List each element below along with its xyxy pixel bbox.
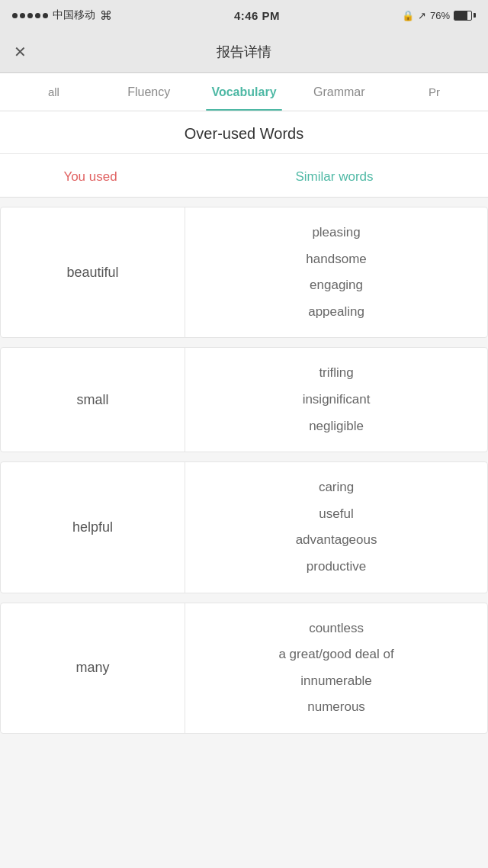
similar-word: useful xyxy=(319,503,353,526)
similar-word: productive xyxy=(307,555,366,579)
nav-bar: ✕ 报告详情 xyxy=(0,31,488,73)
signal-dot xyxy=(27,13,33,18)
close-button[interactable]: ✕ xyxy=(14,44,27,59)
section-title: Over-used Words xyxy=(185,125,303,142)
carrier-label: 中国移动 xyxy=(53,8,95,22)
similar-cell-helpful: caring useful advantageous productive xyxy=(185,462,487,592)
signal-dot xyxy=(35,13,40,18)
word-label: many xyxy=(76,660,110,676)
similar-word: insignificant xyxy=(303,388,371,412)
similar-word: countless xyxy=(309,617,364,641)
tab-pr[interactable]: Pr xyxy=(387,73,488,111)
signal-dots xyxy=(12,13,48,18)
section-header: Over-used Words xyxy=(0,111,488,154)
similar-word: handsome xyxy=(306,248,366,272)
similar-cell-small: trifling insignificant negligible xyxy=(185,348,487,452)
similar-word: trifling xyxy=(319,362,353,385)
tab-fluency[interactable]: Fluency xyxy=(101,73,197,111)
word-label: small xyxy=(77,392,109,408)
page-title: 报告详情 xyxy=(217,43,271,61)
similar-word: engaging xyxy=(310,274,363,297)
col-you-used-label: You used xyxy=(0,169,181,185)
word-row: beautiful pleasing handsome engaging app… xyxy=(0,207,488,338)
lock-icon: 🔒 xyxy=(402,10,414,21)
word-label: beautiful xyxy=(67,265,119,281)
content-area: Over-used Words You used Similar words b… xyxy=(0,111,488,766)
word-cell-helpful: helpful xyxy=(1,462,185,592)
battery-tip xyxy=(474,13,476,18)
word-row: many countless a great/good deal of innu… xyxy=(0,603,488,734)
similar-word: innumerable xyxy=(300,670,372,693)
battery-body xyxy=(454,11,472,21)
word-cell-beautiful: beautiful xyxy=(1,207,185,337)
status-right: 🔒 ↗ 76% xyxy=(402,10,476,21)
similar-word: caring xyxy=(319,476,354,500)
similar-cell-many: countless a great/good deal of innumerab… xyxy=(185,603,487,733)
word-cell-small: small xyxy=(1,348,185,452)
battery-icon xyxy=(454,11,476,21)
word-row: small trifling insignificant negligible xyxy=(0,347,488,452)
location-icon: ↗ xyxy=(418,10,426,21)
similar-cell-beautiful: pleasing handsome engaging appealing xyxy=(185,207,487,337)
status-time: 4:46 PM xyxy=(234,9,280,22)
word-label: helpful xyxy=(72,519,113,535)
battery-fill xyxy=(454,11,467,20)
signal-dot xyxy=(20,13,25,18)
signal-dot xyxy=(12,13,18,18)
similar-word: negligible xyxy=(309,415,364,439)
similar-word: numerous xyxy=(307,696,365,719)
similar-word: pleasing xyxy=(312,221,360,245)
signal-dot xyxy=(43,13,48,18)
similar-word: appealing xyxy=(308,301,364,324)
tab-bar: all Fluency Vocabulary Grammar Pr xyxy=(0,73,488,111)
column-headers: You used Similar words xyxy=(0,154,488,198)
status-bar: 中国移动 ⌘ 4:46 PM 🔒 ↗ 76% xyxy=(0,0,488,31)
word-cell-many: many xyxy=(1,603,185,733)
wifi-icon: ⌘ xyxy=(100,8,112,23)
status-left: 中国移动 ⌘ xyxy=(12,8,112,23)
col-similar-words-label: Similar words xyxy=(181,169,488,185)
tab-grammar[interactable]: Grammar xyxy=(291,73,387,111)
word-row: helpful caring useful advantageous produ… xyxy=(0,461,488,593)
tab-vocabulary[interactable]: Vocabulary xyxy=(197,73,292,111)
similar-word: a great/good deal of xyxy=(278,643,393,667)
tab-all[interactable]: all xyxy=(0,73,101,111)
battery-percent: 76% xyxy=(430,10,450,21)
similar-word: advantageous xyxy=(296,529,377,552)
